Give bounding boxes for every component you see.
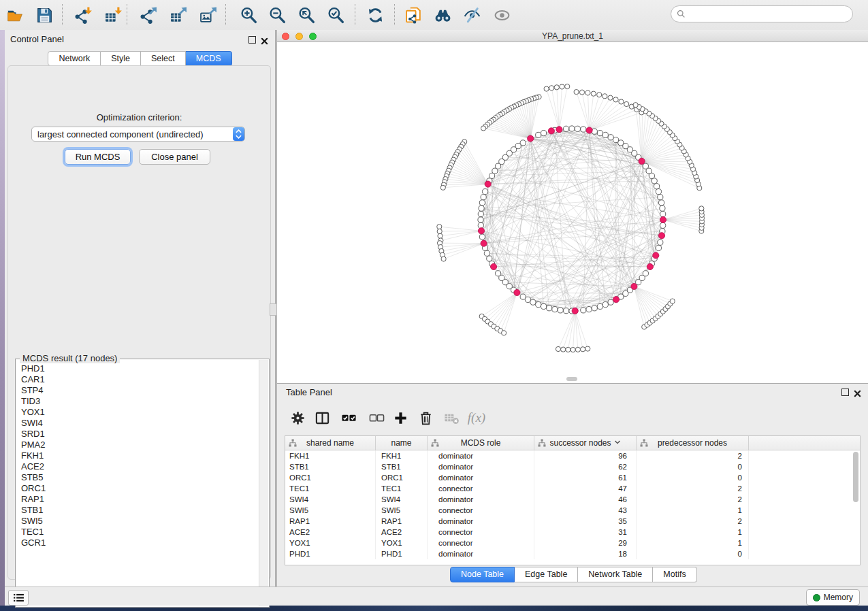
toolbar-separator <box>62 4 63 25</box>
mcds-result-item[interactable]: ACE2 <box>21 461 254 472</box>
table-row[interactable]: TEC1TEC1connector472 <box>285 483 860 494</box>
mcds-result-item[interactable]: YOX1 <box>21 407 254 418</box>
column-header-MCDS-role[interactable]: MCDS role <box>428 436 534 450</box>
cell-MCDS-role: dominator <box>428 472 534 483</box>
mcds-result-item[interactable]: RAP1 <box>21 494 254 505</box>
columns-icon[interactable] <box>313 409 331 427</box>
table-panel-float-button[interactable] <box>841 389 849 396</box>
table-row[interactable]: YOX1YOX1connector291 <box>285 538 860 548</box>
cell-predecessor-nodes: 1 <box>637 527 749 538</box>
table-row[interactable]: ACE2ACE2connector311 <box>285 527 860 538</box>
find-icon[interactable] <box>432 5 453 25</box>
task-history-button[interactable] <box>8 590 29 606</box>
column-header-successor-nodes[interactable]: successor nodes <box>534 436 637 450</box>
save-session-icon[interactable] <box>34 5 54 25</box>
zoom-out-icon[interactable] <box>267 5 287 25</box>
mcds-result-item[interactable]: STB1 <box>21 505 254 516</box>
refresh-icon[interactable] <box>365 5 385 25</box>
mcds-result-item[interactable]: SWI5 <box>21 516 254 527</box>
memory-button[interactable]: Memory <box>806 589 860 606</box>
mcds-result-item[interactable]: TID3 <box>21 396 254 407</box>
deselect-all-icon[interactable] <box>368 409 385 427</box>
column-label: MCDS role <box>461 438 501 448</box>
optimization-criterion-select[interactable]: largest connected component (undirected) <box>31 127 245 142</box>
mcds-result-item[interactable]: PHD1 <box>21 363 254 374</box>
control-panel-title: Control Panel <box>10 34 64 44</box>
control-panel-tabs: NetworkStyleSelectMCDS <box>5 51 275 66</box>
clone-network-icon[interactable] <box>403 5 423 25</box>
export-table-icon[interactable] <box>168 5 189 25</box>
column-header-shared-name[interactable]: shared name <box>285 436 376 450</box>
column-label: predecessor nodes <box>658 438 727 448</box>
mcds-result-item[interactable]: SRD1 <box>21 429 254 440</box>
cell-shared-name: ACE2 <box>285 527 376 538</box>
control-panel-close-icon[interactable] <box>261 35 268 43</box>
gear-icon[interactable] <box>289 409 306 427</box>
mcds-result-item[interactable]: STP4 <box>21 385 254 396</box>
mcds-result-item[interactable]: GCR1 <box>21 538 254 548</box>
export-network-icon[interactable] <box>138 5 159 25</box>
table-row[interactable]: PHD1PHD1dominator180 <box>285 548 860 559</box>
sort-icon[interactable] <box>614 438 621 448</box>
dropdown-stepper-icon <box>233 127 244 141</box>
table-row[interactable]: STB1STB1dominator620 <box>285 461 860 472</box>
table-panel-header: Table Panel <box>277 383 868 399</box>
tab-mcds[interactable]: MCDS <box>186 51 232 66</box>
import-network-icon[interactable] <box>73 5 93 25</box>
mcds-result-item[interactable]: PMA2 <box>21 440 254 450</box>
zoom-fit-icon[interactable] <box>296 5 317 25</box>
column-header-predecessor-nodes[interactable]: predecessor nodes <box>637 436 749 450</box>
run-mcds-button[interactable]: Run MCDS <box>65 149 131 165</box>
cell-MCDS-role: connector <box>428 505 534 516</box>
table-row[interactable]: FKH1FKH1dominator962 <box>285 450 860 461</box>
tab-edge-table[interactable]: Edge Table <box>515 567 578 582</box>
mcds-result-item[interactable]: FKH1 <box>21 450 254 461</box>
hide-selected-icon[interactable] <box>462 5 482 25</box>
table-row[interactable]: SWI4SWI4dominator462 <box>285 494 860 505</box>
network-canvas[interactable] <box>277 42 868 383</box>
column-header-name[interactable]: name <box>376 436 428 450</box>
cell-name: STB1 <box>376 461 428 472</box>
search-box[interactable] <box>671 5 853 22</box>
select-all-icon[interactable] <box>340 409 357 427</box>
table-row[interactable]: SWI5SWI5connector431 <box>285 505 860 516</box>
zoom-in-icon[interactable] <box>238 5 259 25</box>
mcds-result-item[interactable]: ORC1 <box>21 483 254 494</box>
tab-select[interactable]: Select <box>141 51 186 66</box>
cell-shared-name: STB1 <box>285 461 376 472</box>
delete-column-icon[interactable] <box>417 409 434 427</box>
show-all-icon[interactable] <box>492 5 512 25</box>
import-table-icon[interactable] <box>103 5 123 25</box>
tab-style[interactable]: Style <box>101 51 141 66</box>
mcds-result-item[interactable]: SWI4 <box>21 418 254 429</box>
mcds-result-item[interactable]: STB5 <box>21 472 254 483</box>
panel-splitter-handle[interactable] <box>270 303 277 316</box>
table-panel-close-icon[interactable] <box>854 388 861 395</box>
mcds-result-item[interactable]: CAR1 <box>21 374 254 385</box>
cell-MCDS-role: dominator <box>428 548 534 559</box>
add-column-icon[interactable] <box>391 409 409 427</box>
mcds-result-item[interactable]: TEC1 <box>21 527 254 538</box>
column-label: name <box>391 438 411 448</box>
delete-table-icon[interactable] <box>443 409 460 427</box>
control-panel-float-button[interactable] <box>248 36 256 44</box>
tab-network-table[interactable]: Network Table <box>578 567 653 582</box>
close-panel-button[interactable]: Close panel <box>139 149 210 165</box>
function-builder-icon[interactable]: f(x) <box>468 409 485 427</box>
table-row[interactable]: ORC1ORC1dominator610 <box>285 472 860 483</box>
tab-network[interactable]: Network <box>48 51 101 66</box>
mcds-list-scrollbar[interactable] <box>259 360 268 606</box>
network-graph[interactable] <box>277 42 868 383</box>
table-vscrollbar-thumb[interactable] <box>853 452 858 502</box>
canvas-hscrollbar-thumb[interactable] <box>566 377 577 381</box>
export-image-icon[interactable] <box>198 5 219 25</box>
cell-name: FKH1 <box>376 450 428 461</box>
tab-node-table[interactable]: Node Table <box>450 567 515 582</box>
optimization-criterion-label: Optimization criterion: <box>8 112 270 122</box>
zoom-selected-icon[interactable] <box>325 5 346 25</box>
tab-motifs[interactable]: Motifs <box>653 567 696 582</box>
table-row[interactable]: RAP1RAP1dominator352 <box>285 516 860 527</box>
open-file-icon[interactable] <box>5 5 25 25</box>
cell-successor-nodes: 62 <box>534 461 637 472</box>
search-input[interactable] <box>689 9 847 20</box>
